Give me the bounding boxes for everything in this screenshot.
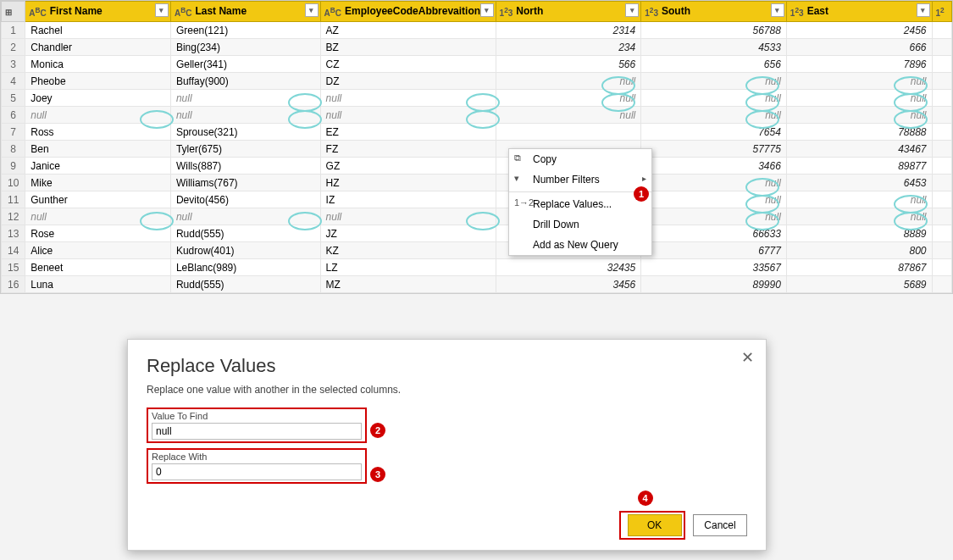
cell-south[interactable]: 57775: [641, 141, 787, 158]
column-filter-toggle[interactable]: ▾: [625, 3, 639, 17]
cell-ln[interactable]: null: [170, 208, 320, 225]
cell-north[interactable]: null: [496, 73, 641, 90]
cell-fn[interactable]: Pheobe: [25, 73, 171, 90]
cell-north[interactable]: [496, 124, 641, 141]
close-icon[interactable]: ✕: [741, 348, 754, 367]
cell-fn[interactable]: Alice: [25, 242, 171, 259]
cell-ec[interactable]: LZ: [320, 259, 496, 276]
table-row[interactable]: 3MonicaGeller(341)CZ5666567896: [2, 56, 952, 73]
column-filter-toggle[interactable]: ▾: [917, 3, 930, 17]
table-row[interactable]: 1RachelGreen(121)AZ2314567882456: [2, 22, 952, 39]
cell-east[interactable]: 800: [786, 242, 932, 259]
column-filter-toggle[interactable]: ▾: [480, 3, 494, 17]
cell-ec[interactable]: FZ: [320, 141, 496, 158]
table-row[interactable]: 16LunaRudd(555)MZ3456899905689: [2, 276, 952, 293]
cell-east[interactable]: 89877: [786, 158, 932, 175]
cell-east[interactable]: null: [786, 208, 932, 225]
table-row[interactable]: 8BenTyler(675)FZ5777543467: [2, 141, 952, 158]
cell-fn[interactable]: Luna: [25, 276, 171, 293]
cell-south[interactable]: 4533: [641, 39, 787, 56]
cell-ec[interactable]: MZ: [320, 276, 496, 293]
cell-fn[interactable]: Chandler: [25, 39, 171, 56]
cell-south[interactable]: null: [641, 107, 787, 124]
cell-fn[interactable]: Beneet: [25, 259, 171, 276]
cell-ec[interactable]: JZ: [320, 225, 496, 242]
table-row[interactable]: 15BeneetLeBlanc(989)LZ324353356787867: [2, 259, 952, 276]
cell-east[interactable]: 2456: [786, 22, 932, 39]
column-header-east[interactable]: 123East▾: [786, 2, 932, 22]
cell-north[interactable]: 234: [496, 39, 641, 56]
column-header-last-name[interactable]: ABCLast Name▾: [170, 2, 320, 22]
column-header-south[interactable]: 123South▾: [641, 2, 787, 22]
table-row[interactable]: 13RoseRudd(555)JZ4784666338889: [2, 225, 952, 242]
cancel-button[interactable]: Cancel: [693, 514, 747, 536]
cell-south[interactable]: null: [641, 175, 787, 191]
column-header-employeecodeabbrevaition[interactable]: ABCEmployeeCodeAbbrevaition▾: [320, 2, 496, 22]
cell-north[interactable]: 32435: [496, 259, 641, 276]
cell-ln[interactable]: LeBlanc(989): [170, 259, 320, 276]
cell-south[interactable]: null: [641, 73, 787, 90]
cell-north[interactable]: null: [496, 90, 641, 107]
table-row[interactable]: 5Joeynullnullnullnullnull: [2, 90, 952, 107]
table-row[interactable]: 11GuntherDevito(456)IZnullnull: [2, 191, 952, 208]
column-header-north[interactable]: 123North▾: [496, 2, 641, 22]
cell-fn[interactable]: Joey: [25, 90, 171, 107]
cell-ln[interactable]: Bing(234): [170, 39, 320, 56]
column-filter-toggle[interactable]: ▾: [305, 3, 319, 17]
ctx-add-new-query[interactable]: Add as New Query: [509, 235, 651, 255]
cell-ec[interactable]: IZ: [320, 191, 496, 208]
cell-ec[interactable]: GZ: [320, 158, 496, 175]
table-row[interactable]: 14AliceKudrow(401)KZ3336777800: [2, 242, 952, 259]
cell-ec[interactable]: KZ: [320, 242, 496, 259]
cell-north[interactable]: 566: [496, 56, 641, 73]
table-row[interactable]: 7RossSprouse(321)EZ765478888: [2, 124, 952, 141]
cell-ln[interactable]: Buffay(900): [170, 73, 320, 90]
cell-ln[interactable]: Rudd(555): [170, 276, 320, 293]
cell-south[interactable]: 7654: [641, 124, 787, 141]
ctx-replace-values[interactable]: 1→2Replace Values...: [509, 194, 651, 214]
cell-ec[interactable]: CZ: [320, 56, 496, 73]
table-row[interactable]: 9JaniceWills(887)GZ346689877: [2, 158, 952, 175]
cell-ln[interactable]: Rudd(555): [170, 225, 320, 242]
cell-ln[interactable]: Geller(341): [170, 56, 320, 73]
cell-ln[interactable]: null: [170, 107, 320, 124]
cell-ec[interactable]: HZ: [320, 175, 496, 191]
cell-fn[interactable]: Ben: [25, 141, 171, 158]
cell-north[interactable]: 3456: [496, 276, 641, 293]
cell-south[interactable]: 66633: [641, 225, 787, 242]
cell-east[interactable]: 8889: [786, 225, 932, 242]
value-to-find-input[interactable]: [152, 423, 362, 440]
cell-fn[interactable]: Ross: [25, 124, 171, 141]
cell-east[interactable]: 5689: [786, 276, 932, 293]
cell-ec[interactable]: DZ: [320, 73, 496, 90]
cell-south[interactable]: 6777: [641, 242, 787, 259]
cell-ec[interactable]: AZ: [320, 22, 496, 39]
cell-fn[interactable]: Gunther: [25, 191, 171, 208]
column-filter-toggle[interactable]: ▾: [771, 3, 784, 17]
cell-ln[interactable]: Tyler(675): [170, 141, 320, 158]
table-row[interactable]: 12nullnullnullnullnullnull: [2, 208, 952, 225]
cell-south[interactable]: null: [641, 90, 787, 107]
ok-button[interactable]: OK: [628, 514, 682, 536]
cell-ln[interactable]: Williams(767): [170, 175, 320, 191]
cell-fn[interactable]: Rose: [25, 225, 171, 242]
cell-ln[interactable]: Sprouse(321): [170, 124, 320, 141]
cell-south[interactable]: 3466: [641, 158, 787, 175]
cell-east[interactable]: 87867: [786, 259, 932, 276]
cell-east[interactable]: 43467: [786, 141, 932, 158]
cell-south[interactable]: null: [641, 208, 787, 225]
cell-east[interactable]: 78888: [786, 124, 932, 141]
cell-ec[interactable]: null: [320, 208, 496, 225]
cell-north[interactable]: null: [496, 107, 641, 124]
cell-north[interactable]: 2314: [496, 22, 641, 39]
cell-south[interactable]: null: [641, 191, 787, 208]
cell-south[interactable]: 56788: [641, 22, 787, 39]
cell-east[interactable]: 6453: [786, 175, 932, 191]
cell-east[interactable]: 666: [786, 39, 932, 56]
ctx-number-filters[interactable]: ▾Number Filters▸: [509, 169, 651, 190]
column-header-first-name[interactable]: ABCFirst Name▾: [25, 2, 171, 22]
cell-south[interactable]: 656: [641, 56, 787, 73]
cell-ln[interactable]: Wills(887): [170, 158, 320, 175]
cell-ln[interactable]: Green(121): [170, 22, 320, 39]
cell-ec[interactable]: null: [320, 90, 496, 107]
